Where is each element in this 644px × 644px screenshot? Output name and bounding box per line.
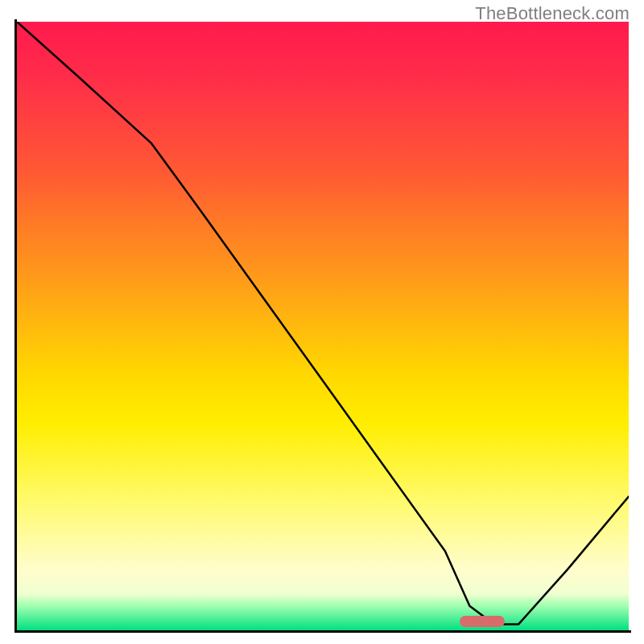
chart-container: TheBottleneck.com	[0, 0, 644, 644]
y-axis	[14, 19, 17, 633]
watermark-text: TheBottleneck.com	[475, 3, 630, 24]
x-axis	[14, 630, 631, 633]
highlight-marker	[460, 616, 505, 627]
plot-gradient-background	[17, 22, 629, 630]
